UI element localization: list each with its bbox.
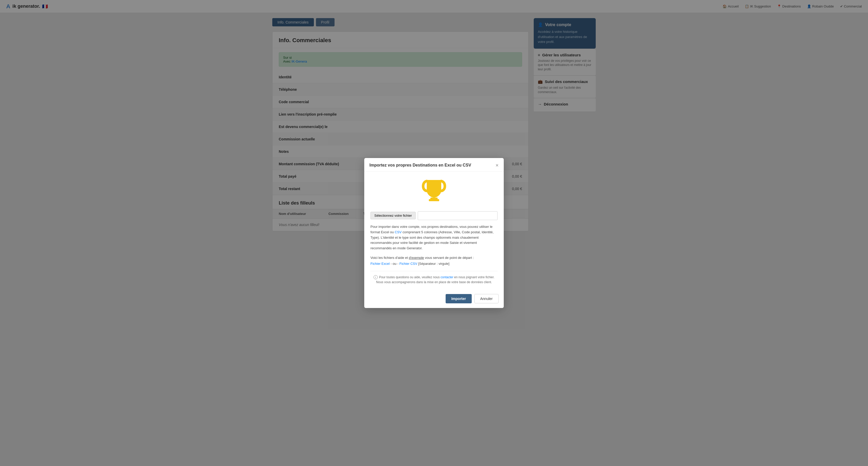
contact-link[interactable]: contacter [440,275,453,279]
modal-overlay[interactable]: Importez vos propres Destinations en Exc… [0,0,868,466]
modal-title: Importez vos propres Destinations en Exc… [369,163,471,168]
info-circle-icon: i [374,275,378,279]
modal-file-row: Sélectionnez votre fichier [370,211,498,220]
modal-header: Importez vos propres Destinations en Exc… [364,158,504,172]
modal-footer: Importer Annuler [364,291,504,308]
modal-close-button[interactable]: × [495,163,499,168]
import-button[interactable]: Importer [445,294,472,303]
trophy-icon [370,178,498,206]
links-separator: - ou - [391,262,399,266]
modal-body: Sélectionnez votre fichier Pour importer… [364,172,504,291]
csv-file-link[interactable]: Fichier CSV [399,262,417,266]
links-intro-text: Voici les fichiers d'aide et d'exemple v… [370,256,474,260]
file-input-display [418,211,498,220]
modal-links: Voici les fichiers d'aide et d'exemple v… [370,255,498,267]
svg-rect-1 [429,199,439,201]
csv-link-inline[interactable]: CSV [395,230,402,234]
cancel-button[interactable]: Annuler [474,294,499,303]
modal-dialog: Importez vos propres Destinations en Exc… [364,158,504,308]
modal-description: Pour importer dans votre compte, vos pro… [370,224,498,251]
modal-help-text: i Pour toutes questions ou aide, veuille… [370,271,498,285]
excel-file-link[interactable]: Fichier Excel [370,262,390,266]
file-select-button[interactable]: Sélectionnez votre fichier [370,212,416,219]
csv-suffix: [Séparateur : virgule] [418,262,450,266]
